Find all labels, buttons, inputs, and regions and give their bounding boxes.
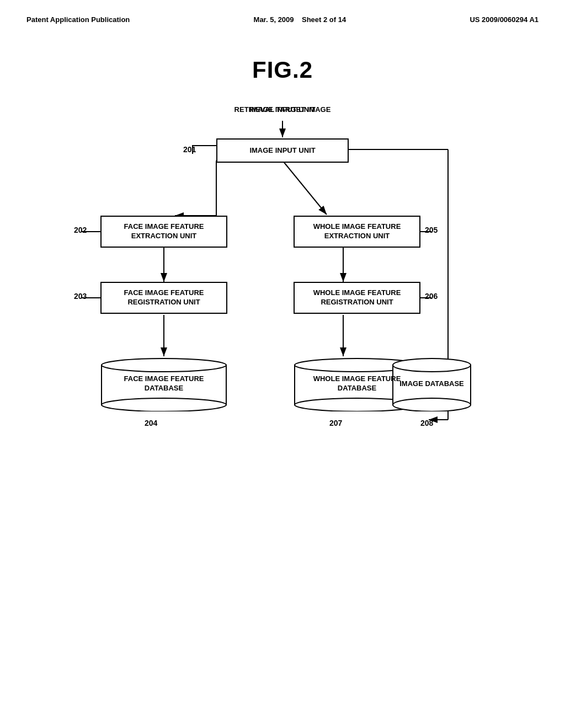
ref-201: 201 [183,145,196,154]
whole-registration-label: WHOLE IMAGE FEATUREREGISTRATION UNIT [313,288,401,307]
whole-extraction-box: WHOLE IMAGE FEATUREEXTRACTION UNIT [294,216,420,248]
face-registration-box: FACE IMAGE FEATUREREGISTRATION UNIT [100,282,227,314]
svg-point-15 [102,358,226,372]
whole-registration-box: WHOLE IMAGE FEATUREREGISTRATION UNIT [294,282,420,314]
ref-205: 205 [425,226,438,234]
image-db: IMAGE DATABASE [392,356,472,411]
header-right: US 2009/0060294 A1 [470,15,539,24]
face-extraction-box: FACE IMAGE FEATUREEXTRACTION UNIT [100,216,227,248]
svg-point-20 [393,398,471,411]
ref-204: 204 [145,419,157,427]
ref-207: 207 [329,419,342,427]
header-center: Mar. 5, 2009 Sheet 2 of 14 [254,15,347,24]
svg-point-21 [393,358,471,372]
ref-206: 206 [425,292,438,301]
ref-203: 203 [74,292,87,301]
image-input-unit-box: IMAGE INPUT UNIT [216,138,349,163]
diagram: IMAGE INPUT UNIT RETRIEVAL TARGET IMAGE … [89,105,476,536]
image-db-label: IMAGE DATABASE [395,379,468,389]
face-registration-label: FACE IMAGE FEATUREREGISTRATION UNIT [124,288,204,307]
ref-208: 208 [420,419,433,427]
diagram-arrows [89,105,476,536]
face-db-label: FACE IMAGE FEATUREDATABASE [120,374,209,393]
image-input-unit-label: IMAGE INPUT UNIT [249,146,315,156]
retrieval-target-text: RETRIEVAL TARGET IMAGE [234,105,331,114]
page-header: Patent Application Publication Mar. 5, 2… [0,0,565,24]
face-db: FACE IMAGE FEATUREDATABASE [100,356,227,411]
header-left: Patent Application Publication [26,15,130,24]
ref-202: 202 [74,226,87,234]
svg-point-14 [102,398,226,411]
figure-title: FIG.2 [0,57,565,83]
face-extraction-label: FACE IMAGE FEATUREEXTRACTION UNIT [124,222,204,241]
whole-extraction-label: WHOLE IMAGE FEATUREEXTRACTION UNIT [313,222,401,241]
svg-line-4 [282,160,327,215]
whole-db-label: WHOLE IMAGE FEATUREDATABASE [309,374,406,393]
